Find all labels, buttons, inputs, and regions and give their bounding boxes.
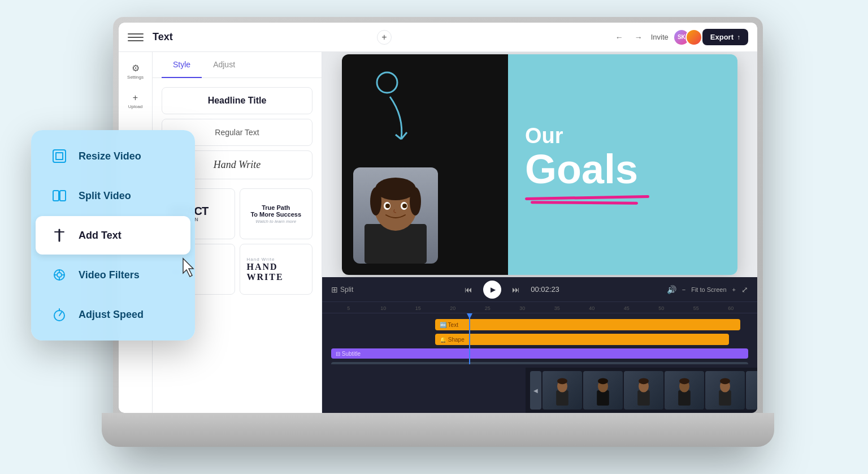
float-speed-item[interactable]: Adjust Speed bbox=[36, 295, 190, 334]
svg-point-4 bbox=[375, 178, 416, 200]
track-text-bar[interactable]: 🔤 Text bbox=[435, 319, 740, 330]
playback-right: 🔊 − Fit to Screen + ⤢ bbox=[667, 285, 748, 294]
track-row-subtitle: ⊟ Subtitle bbox=[322, 347, 757, 360]
play-btn[interactable]: ▶ bbox=[483, 281, 501, 299]
headline-label: Headline Title bbox=[208, 96, 267, 105]
timeline-scrubber[interactable] bbox=[469, 313, 470, 364]
thumb-nav-left[interactable]: ◀ bbox=[530, 371, 541, 410]
template-handwrite-bottom[interactable]: Hand Write HAND WRITE bbox=[240, 244, 313, 295]
addtext-label: Add Text bbox=[79, 230, 121, 242]
our-text: Our bbox=[525, 125, 563, 146]
svg-point-22 bbox=[679, 378, 689, 384]
speed-icon bbox=[49, 304, 70, 325]
fit-btn[interactable]: Fit to Screen bbox=[691, 286, 726, 293]
floating-menu: Resize Video Split Video Add Text bbox=[31, 130, 195, 341]
person-photo bbox=[353, 167, 438, 264]
svg-point-6 bbox=[410, 187, 421, 216]
track-row-text: 🔤 Text bbox=[322, 318, 757, 331]
undo-btn[interactable]: ← bbox=[611, 29, 627, 45]
track-text-label: 🔤 Text bbox=[440, 322, 458, 328]
track-subtitle-bar[interactable]: ⊟ Subtitle bbox=[331, 348, 748, 359]
addtext-icon bbox=[49, 225, 70, 245]
track-shape-label: 🔔 Shape bbox=[440, 337, 465, 343]
handwrite-label: Hand Write bbox=[214, 159, 261, 170]
playback-controls: ⊞ Split ⏮ ▶ ⏭ 00:02:23 🔊 bbox=[322, 277, 757, 302]
play-icon: ▶ bbox=[491, 286, 496, 294]
svg-point-9 bbox=[385, 204, 390, 208]
skip-back-btn[interactable]: ⏮ bbox=[461, 282, 476, 298]
thumb-4 bbox=[665, 371, 704, 410]
track-row-audio: audio bbox=[322, 361, 757, 364]
template-truepath[interactable]: True PathTo More Success Watch to learn … bbox=[240, 188, 313, 239]
headline-option[interactable]: Headline Title bbox=[162, 87, 313, 114]
float-resize-item[interactable]: Resize Video bbox=[36, 137, 190, 175]
svg-point-13 bbox=[557, 378, 567, 384]
svg-rect-11 bbox=[556, 390, 568, 406]
invite-btn[interactable]: Invite bbox=[646, 31, 673, 44]
redo-btn[interactable]: → bbox=[631, 29, 646, 45]
thumb-5 bbox=[705, 371, 745, 410]
svg-point-16 bbox=[598, 378, 608, 384]
preview-canvas: Our Goals bbox=[342, 54, 737, 275]
time-display: 00:02:23 bbox=[531, 285, 559, 294]
split-btn[interactable]: ⊞ Split bbox=[331, 285, 353, 294]
laptop-base bbox=[102, 413, 774, 447]
export-btn[interactable]: Export ↑ bbox=[702, 29, 748, 45]
goals-text: Goals bbox=[525, 149, 638, 189]
sidebar-item-settings[interactable]: ⚙ Settings bbox=[123, 59, 148, 84]
track-audio-bar[interactable]: audio bbox=[331, 362, 748, 364]
svg-point-41 bbox=[57, 273, 62, 277]
avatar-user bbox=[685, 29, 702, 46]
svg-rect-20 bbox=[678, 390, 691, 406]
topbar: Text + ← → Invite SK Export ↑ bbox=[119, 23, 757, 52]
thumb-6 bbox=[746, 371, 757, 410]
zoom-out-btn[interactable]: − bbox=[682, 286, 685, 293]
float-addtext-item[interactable]: Add Text bbox=[36, 216, 190, 255]
avatar-group: SK bbox=[673, 29, 702, 46]
panel-tabs: Style Adjust bbox=[153, 52, 322, 78]
svg-rect-37 bbox=[60, 191, 66, 201]
playback-middle: ⏮ ▶ ⏭ 00:02:23 bbox=[360, 281, 659, 299]
undo-redo-group: ← → bbox=[611, 29, 646, 45]
filters-icon bbox=[49, 265, 70, 285]
underline-2 bbox=[531, 201, 638, 205]
speed-label: Adjust Speed bbox=[79, 309, 144, 321]
resize-label: Resize Video bbox=[79, 150, 141, 162]
svg-rect-36 bbox=[53, 191, 59, 201]
svg-point-25 bbox=[720, 378, 730, 384]
filters-label: Video Filters bbox=[79, 269, 140, 281]
svg-rect-35 bbox=[53, 150, 66, 162]
sidebar-item-upload[interactable]: + Upload bbox=[123, 88, 148, 113]
thumb-1 bbox=[542, 371, 582, 410]
upload-label: Upload bbox=[128, 104, 142, 109]
tab-style[interactable]: Style bbox=[162, 52, 202, 78]
preview-right: Our Goals bbox=[508, 54, 737, 275]
add-text-btn[interactable]: + bbox=[377, 30, 392, 45]
svg-point-10 bbox=[402, 204, 407, 208]
split-icon: ⊞ bbox=[331, 285, 338, 294]
upload-icon: + bbox=[133, 93, 138, 103]
thumb-2 bbox=[583, 371, 623, 410]
timeline-tracks: 🔤 Text 🔔 Shape ⊟ Subtitle bbox=[322, 313, 757, 364]
tab-adjust[interactable]: Adjust bbox=[202, 52, 246, 78]
svg-rect-17 bbox=[637, 390, 650, 406]
track-audio-label: audio bbox=[336, 364, 349, 365]
svg-rect-14 bbox=[597, 390, 609, 406]
split-label: Split Video bbox=[79, 190, 131, 202]
zoom-in-btn[interactable]: + bbox=[732, 286, 736, 293]
volume-icon[interactable]: 🔊 bbox=[667, 285, 676, 294]
track-subtitle-label: ⊟ Subtitle bbox=[336, 351, 361, 357]
track-shape-bar[interactable]: 🔔 Shape bbox=[435, 334, 729, 345]
svg-point-0 bbox=[377, 72, 397, 93]
skip-fwd-btn[interactable]: ⏭ bbox=[508, 282, 524, 298]
float-split-item[interactable]: Split Video bbox=[36, 176, 190, 215]
fullscreen-btn[interactable]: ⤢ bbox=[741, 285, 748, 294]
preview-left bbox=[342, 54, 508, 275]
video-preview: Our Goals bbox=[342, 54, 737, 275]
hamburger-menu[interactable] bbox=[128, 29, 144, 45]
settings-icon: ⚙ bbox=[132, 63, 140, 74]
float-filters-item[interactable]: Video Filters bbox=[36, 256, 190, 294]
underline-1 bbox=[525, 195, 649, 200]
preview-area: Our Goals bbox=[322, 52, 757, 277]
ruler-marks: 5 10 15 20 25 30 35 40 45 50 55 60 bbox=[331, 305, 748, 313]
